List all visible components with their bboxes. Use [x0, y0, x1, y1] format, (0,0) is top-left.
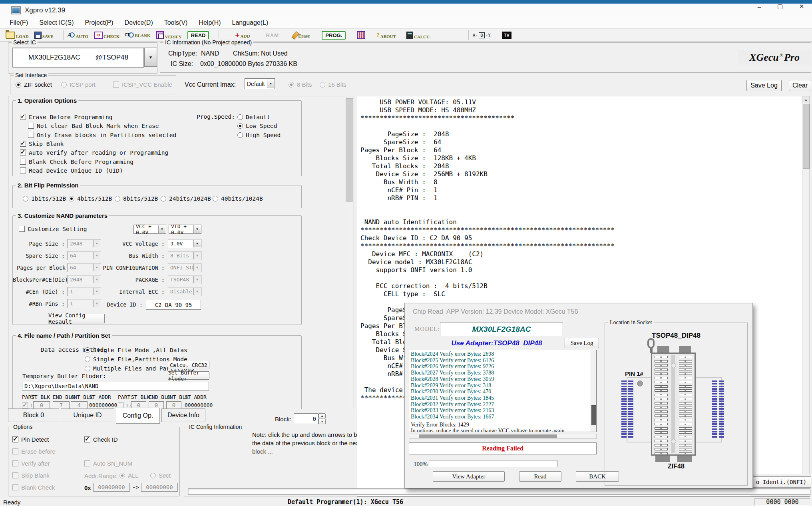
- block-down-arrow[interactable]: ▼: [318, 419, 326, 424]
- menu-item[interactable]: Project(P): [79, 19, 119, 26]
- console-scrollbar[interactable]: ▲ ▼: [802, 96, 810, 496]
- vio-offset-select[interactable]: VIO + 0.0V▼: [169, 225, 201, 234]
- list-scrollbar[interactable]: [591, 350, 596, 432]
- addr-sect-radio: Sect: [150, 472, 171, 479]
- dialog-subtitle: APP Version: 12.39 Device Model: XGecu T…: [440, 308, 578, 315]
- tab-device-info[interactable]: Device.Info: [161, 408, 205, 422]
- bitflip-40bits-radio[interactable]: 40bits/1024B: [213, 195, 263, 202]
- tv-tool-button[interactable]: TV: [502, 32, 511, 39]
- device-id-field[interactable]: C2 DA 90 95: [146, 300, 201, 310]
- view-config-result-button[interactable]: View Config Resault: [48, 314, 105, 323]
- only-erase-partitions-checkbox[interactable]: Only Erase blocks in Partitions selected: [28, 131, 176, 138]
- speed-low-radio[interactable]: Low Speed: [237, 122, 277, 129]
- tab-unique-id[interactable]: Unique ID: [61, 408, 114, 422]
- load-button[interactable]: LOAD: [6, 32, 29, 39]
- bitflip-24bits-radio[interactable]: 24bits/1024B: [161, 195, 211, 202]
- menu-item[interactable]: Language(L): [227, 19, 274, 26]
- blank-button[interactable]: FF BLANK: [125, 32, 150, 38]
- menu-item[interactable]: Select IC(S): [34, 19, 79, 26]
- set-interface-group: Set Interface ZIF socket ICSP port ICSP_…: [10, 75, 176, 94]
- socket-spine-hole: [671, 363, 676, 368]
- menu-item[interactable]: Device(D): [119, 19, 159, 26]
- blank-check-before-checkbox[interactable]: Blank Check Before Programming: [20, 158, 133, 165]
- read-uid-checkbox[interactable]: Read Device Unique ID (UID): [20, 167, 123, 174]
- bitflip-1bits-radio[interactable]: 1bits/512B: [23, 195, 66, 202]
- about-button[interactable]: ? ABOUT: [376, 32, 396, 39]
- pin-detect-checkbox[interactable]: Pin Detect: [12, 436, 49, 443]
- chip-pins-right-outer: [719, 380, 724, 438]
- save-log-button[interactable]: Save Log: [746, 80, 782, 91]
- select-ic-group: Select IC MX30LF2G18AC @TSOP48 ▼: [8, 42, 157, 74]
- nand-params-group: 3. Customize NAND parameters Customize S…: [12, 215, 302, 325]
- customize-setting-checkbox[interactable]: Customize Setting: [19, 225, 87, 232]
- bit-flip-label: 2. Bit Flip Permission: [16, 182, 80, 189]
- vcc-offset-select[interactable]: VCC + 0.0V▼: [133, 225, 166, 234]
- menu-item[interactable]: File(F): [4, 19, 34, 26]
- ic-dropdown-arrow-button[interactable]: ▼: [144, 48, 157, 67]
- vcc-imax-select[interactable]: Default ▼: [245, 78, 275, 89]
- file-partition-group: 4. File name / Path / Partition Set Data…: [12, 335, 302, 409]
- list-hscrollbar[interactable]: [409, 434, 597, 439]
- scroll-up-icon[interactable]: ▲: [802, 96, 810, 103]
- bitflip-4bits-radio[interactable]: 4bits/512B: [69, 195, 112, 202]
- erase-button[interactable]: Erase: [293, 32, 310, 39]
- check-id-checkbox[interactable]: Check ID: [84, 436, 118, 443]
- skip-blank-checkbox[interactable]: Skip Blank: [20, 140, 64, 147]
- tab-config-op[interactable]: Config Op.: [116, 408, 160, 424]
- dialog-save-log-button[interactable]: Save Log: [565, 338, 599, 348]
- operation-options-label: 1. Operation Options: [16, 97, 78, 104]
- vcc-voltage-select[interactable]: 3.0V▼: [168, 239, 201, 248]
- chip-test-button[interactable]: [357, 31, 365, 39]
- panel-scrollbar-thumb[interactable]: [346, 98, 353, 202]
- bus-width-select: 8 Bits▼: [168, 251, 201, 260]
- partition-field: 0: [166, 401, 181, 409]
- save-button[interactable]: SAVE: [34, 32, 54, 39]
- block-up-arrow[interactable]: ▲: [318, 413, 326, 418]
- block-number-field[interactable]: 0: [294, 413, 318, 424]
- single-file-all-radio[interactable]: Single File Mode ,All Datas: [85, 347, 187, 353]
- not-clear-bad-block-checkbox[interactable]: Not clear Bad Block Mark when Erase: [28, 122, 159, 129]
- logic-tool-button[interactable]: A-8-Y: [473, 32, 491, 38]
- view-adapter-button[interactable]: View Adapter: [433, 471, 505, 482]
- auto-button[interactable]: A AUTO: [68, 32, 88, 39]
- verify-error-list[interactable]: Block#2024 Verify error Bytes: 2698 Bloc…: [409, 350, 597, 432]
- maximize-button[interactable]: ▢: [771, 1, 789, 12]
- check-button[interactable]: ID CHECK: [94, 32, 119, 39]
- list-hscrollbar-thumb[interactable]: [419, 434, 557, 438]
- radio-icon: [150, 473, 156, 478]
- verify-button[interactable]: VERIFY: [156, 31, 181, 39]
- auto-verify-checkbox[interactable]: Auto Verify after reading or Programming: [20, 149, 168, 156]
- clear-button[interactable]: Clear: [789, 80, 811, 91]
- minimize-button[interactable]: –: [750, 1, 768, 12]
- calculator-button[interactable]: CALCU.: [406, 32, 431, 39]
- radio-icon: [85, 366, 90, 371]
- auto-identify-onfi-button[interactable]: o Identi.(ONFI): [751, 476, 811, 488]
- radio-icon: [85, 357, 90, 362]
- ic-part-number: MX30LF2G18AC: [28, 54, 80, 62]
- dropdown-arrow-icon: ▼: [267, 79, 274, 88]
- menu-item[interactable]: Help(H): [193, 19, 226, 26]
- read-button[interactable]: READ: [187, 31, 209, 40]
- ram-icon: RAM: [266, 32, 279, 38]
- bottom-progress-strip: [188, 488, 810, 495]
- add-button[interactable]: + ADD: [235, 32, 250, 38]
- calcu-crc32-button[interactable]: Calcu. CRC32: [168, 361, 209, 369]
- dialog-read-button[interactable]: Read: [519, 471, 561, 482]
- speed-default-radio[interactable]: Default: [237, 114, 270, 120]
- close-button[interactable]: ✕: [793, 1, 810, 12]
- prog-button[interactable]: PROG.: [322, 31, 346, 40]
- tab-block0[interactable]: Block 0: [8, 408, 59, 422]
- zif-socket-radio[interactable]: ZIF socket: [16, 81, 52, 88]
- buffer-folder-path-field[interactable]: D:\Xgpro\UserData\NAND: [22, 382, 209, 390]
- panel-scrollbar[interactable]: [345, 96, 353, 409]
- erase-before-programming-checkbox[interactable]: Erase Before Programming: [20, 114, 113, 120]
- model-value-box: MX30LF2G18AC: [440, 323, 563, 336]
- checkbox-icon: [28, 123, 34, 129]
- console-scrollbar-thumb[interactable]: [803, 104, 810, 169]
- set-buffer-folder-button[interactable]: Set Buffer Floder: [168, 371, 209, 380]
- speed-high-radio[interactable]: High Speed: [237, 131, 281, 138]
- list-scrollbar-thumb[interactable]: [591, 405, 596, 425]
- menu-item[interactable]: Tools(V): [159, 19, 193, 26]
- selected-ic-combobox[interactable]: MX30LF2G18AC @TSOP48: [12, 48, 144, 68]
- bitflip-8bits-radio[interactable]: 8bits/512B: [115, 195, 158, 202]
